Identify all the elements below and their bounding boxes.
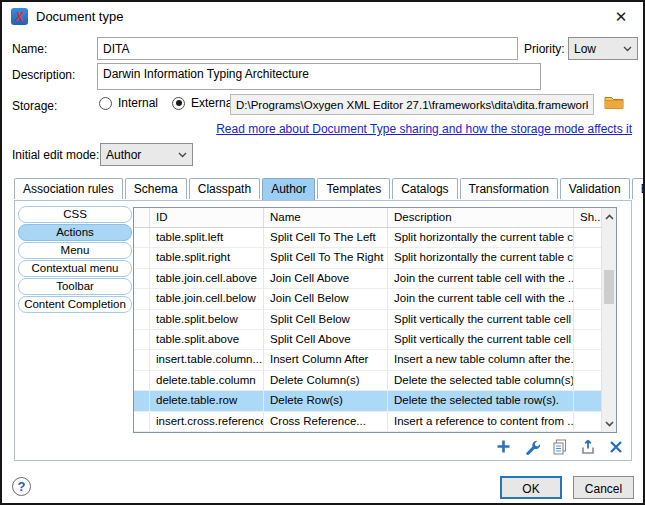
add-action-icon[interactable] xyxy=(495,438,512,455)
table-row[interactable]: insert.table.column.... Insert Column Af… xyxy=(134,350,616,370)
chevron-down-icon xyxy=(178,152,187,158)
cell-description: Join the current table cell with the ... xyxy=(388,269,574,288)
close-icon[interactable]: ✕ xyxy=(599,2,643,31)
sidebar-item-contextual-menu[interactable]: Contextual menu xyxy=(18,260,132,277)
cell-id: table.join.cell.below xyxy=(150,289,264,308)
cancel-button[interactable]: Cancel xyxy=(573,476,634,499)
cell-shortcut xyxy=(574,310,601,329)
description-input[interactable]: Darwin Information Typing Architecture xyxy=(97,63,541,90)
table-row[interactable]: table.split.right Split Cell To The Righ… xyxy=(134,248,616,268)
cell-id: table.split.right xyxy=(150,248,264,267)
tab-association-rules[interactable]: Association rules xyxy=(14,178,123,199)
read-more-link[interactable]: Read more about Document Type sharing an… xyxy=(216,122,632,136)
cell-name: Split Cell Below xyxy=(264,310,388,329)
storage-internal-radio[interactable]: Internal xyxy=(99,96,158,110)
column-header-gutter xyxy=(134,208,150,227)
table-row-selected[interactable]: delete.table.row Delete Row(s) Delete th… xyxy=(134,391,616,411)
cell-shortcut xyxy=(574,269,601,288)
description-label: Description: xyxy=(12,68,75,82)
storage-path-input[interactable] xyxy=(230,94,594,115)
cell-shortcut xyxy=(574,391,601,410)
cell-id: insert.table.column.... xyxy=(150,350,264,369)
cell-name: Join Cell Below xyxy=(264,289,388,308)
cell-name: Delete Column(s) xyxy=(264,371,388,390)
table-row[interactable]: insert.cross.reference Cross Reference..… xyxy=(134,412,616,432)
cell-shortcut xyxy=(574,289,601,308)
author-tab-panel: CSS Actions Menu Contextual menu Toolbar… xyxy=(14,200,632,461)
tab-templates[interactable]: Templates xyxy=(317,178,390,199)
export-action-icon[interactable] xyxy=(579,438,596,455)
table-row[interactable]: table.split.above Split Cell Above Split… xyxy=(134,330,616,350)
storage-external-radio[interactable]: External xyxy=(172,96,235,110)
cell-shortcut xyxy=(574,412,601,431)
sidebar-item-actions[interactable]: Actions xyxy=(18,224,132,241)
column-header-description[interactable]: Description xyxy=(388,208,574,227)
sidebar-item-toolbar[interactable]: Toolbar xyxy=(18,278,132,295)
column-header-shortcut[interactable]: Sh... xyxy=(574,208,601,227)
table-row[interactable]: table.split.below Split Cell Below Split… xyxy=(134,310,616,330)
scrollbar-down-icon[interactable] xyxy=(602,416,616,431)
cell-name: Delete Row(s) xyxy=(264,391,388,410)
edit-mode-select[interactable]: Author xyxy=(100,143,193,166)
tab-validation[interactable]: Validation xyxy=(560,178,630,199)
sidebar-item-content-completion[interactable]: Content Completion xyxy=(18,296,132,313)
sidebar-item-css[interactable]: CSS xyxy=(18,206,132,223)
priority-label: Priority: xyxy=(524,42,565,56)
table-row[interactable]: table.split.left Split Cell To The Left … xyxy=(134,228,616,248)
actions-table: ID Name Description Sh... table.split.le… xyxy=(133,207,617,433)
help-icon[interactable]: ? xyxy=(12,477,31,496)
cell-description: Delete the selected table row(s). xyxy=(388,391,574,410)
cell-name: Insert Column After xyxy=(264,350,388,369)
storage-label: Storage: xyxy=(12,99,57,113)
tab-catalogs[interactable]: Catalogs xyxy=(392,178,457,199)
tab-transformation[interactable]: Transformation xyxy=(460,178,558,199)
oxygen-app-icon: X xyxy=(11,8,28,25)
duplicate-action-icon[interactable] xyxy=(551,438,568,455)
name-input[interactable] xyxy=(97,37,518,60)
scrollbar-up-icon[interactable] xyxy=(602,209,616,224)
tab-classpath[interactable]: Classpath xyxy=(189,178,260,199)
tab-schema[interactable]: Schema xyxy=(125,178,187,199)
cell-id: table.split.above xyxy=(150,330,264,349)
table-scrollbar[interactable] xyxy=(601,208,616,432)
cell-description: Join the current table cell with the ... xyxy=(388,289,574,308)
chevron-down-icon xyxy=(623,46,632,52)
sidebar-item-menu[interactable]: Menu xyxy=(18,242,132,259)
cell-description: Split horizontally the current table c..… xyxy=(388,228,574,247)
cell-description: Split vertically the current table cell … xyxy=(388,330,574,349)
cell-description: Insert a reference to content from ... xyxy=(388,412,574,431)
cell-id: table.join.cell.above xyxy=(150,269,264,288)
cell-shortcut xyxy=(574,330,601,349)
cell-shortcut xyxy=(574,350,601,369)
table-row[interactable]: table.join.cell.below Join Cell Below Jo… xyxy=(134,289,616,309)
table-row[interactable]: delete.table.column Delete Column(s) Del… xyxy=(134,371,616,391)
tab-author[interactable]: Author xyxy=(262,178,315,200)
table-row[interactable]: table.join.cell.above Join Cell Above Jo… xyxy=(134,269,616,289)
cell-shortcut xyxy=(574,371,601,390)
radio-circle-icon xyxy=(172,97,185,110)
edit-action-wrench-icon[interactable] xyxy=(523,438,540,455)
author-category-list: CSS Actions Menu Contextual menu Toolbar… xyxy=(18,206,132,314)
cell-description: Insert a new table column after the... xyxy=(388,350,574,369)
priority-select[interactable]: Low xyxy=(568,37,638,60)
cell-description: Delete the selected table column(s). xyxy=(388,371,574,390)
cell-name: Split Cell To The Left xyxy=(264,228,388,247)
tab-bar: Association rules Schema Classpath Autho… xyxy=(14,178,645,199)
browse-folder-icon[interactable] xyxy=(604,94,624,112)
document-type-dialog: X Document type ✕ Name: Priority: Low De… xyxy=(0,0,645,505)
cell-id: insert.cross.reference xyxy=(150,412,264,431)
storage-internal-label: Internal xyxy=(118,96,158,110)
column-header-id[interactable]: ID xyxy=(150,208,264,227)
name-label: Name: xyxy=(12,42,47,56)
ok-button[interactable]: OK xyxy=(500,476,562,499)
scrollbar-thumb[interactable] xyxy=(604,270,614,304)
cell-description: Split vertically the current table cell … xyxy=(388,310,574,329)
cell-shortcut xyxy=(574,228,601,247)
storage-external-label: External xyxy=(191,96,235,110)
cell-shortcut xyxy=(574,248,601,267)
column-header-name[interactable]: Name xyxy=(264,208,388,227)
title-bar: X Document type ✕ xyxy=(2,2,643,31)
tab-extensions[interactable]: Extensions xyxy=(632,178,645,199)
delete-action-icon[interactable] xyxy=(607,438,624,455)
cell-id: table.split.below xyxy=(150,310,264,329)
